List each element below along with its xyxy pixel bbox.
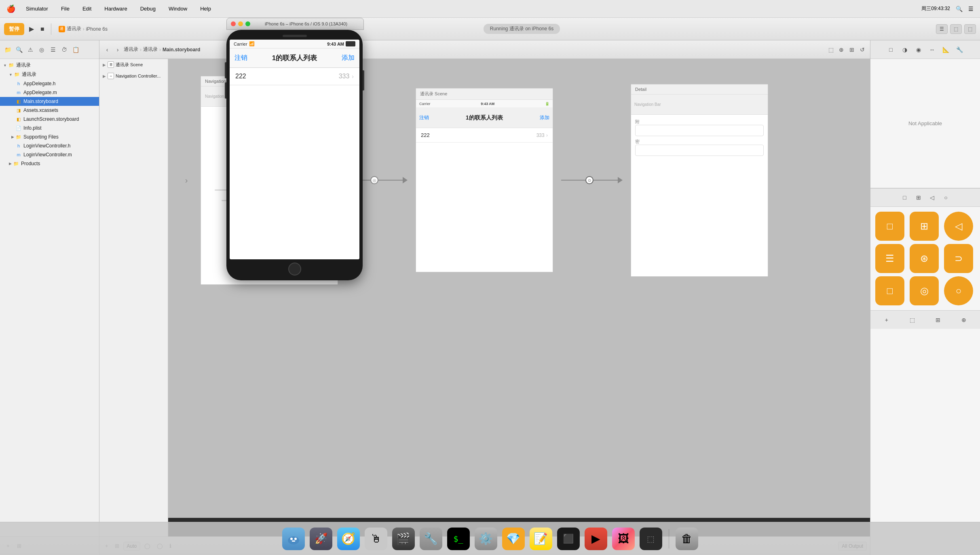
sb-zoom-btn[interactable]: ⊕ (837, 45, 846, 54)
nav-item-login-h[interactable]: h LoginViewController.h (0, 141, 99, 150)
nav-item-login-m[interactable]: m LoginViewController.m (0, 150, 99, 159)
inspector-tab-2[interactable]: ◑ (899, 44, 910, 55)
nav-folder-icon[interactable]: 📁 (3, 45, 12, 54)
inspector-tab-6[interactable]: 🔧 (954, 44, 965, 55)
inspector-bottom-btn-4[interactable]: ⊕ (958, 314, 969, 326)
menu-debug[interactable]: Debug (138, 5, 158, 13)
nav-search-icon[interactable]: 🔍 (15, 45, 23, 54)
nav-history-icon[interactable]: ⏱ (60, 45, 69, 54)
run-button[interactable]: ▶ (27, 23, 36, 34)
inspector-tab-1[interactable]: □ (885, 44, 897, 55)
menu-edit[interactable]: Edit (80, 5, 94, 13)
dock-video[interactable]: 🎬 (392, 528, 415, 550)
sb-nav-prev[interactable]: ‹ (103, 45, 112, 54)
ios-action-btn[interactable]: 添加 (342, 54, 355, 62)
obj-lib-cell-7[interactable]: □ (875, 276, 904, 305)
obj-lib-cell-4[interactable]: ☰ (875, 244, 904, 273)
pause-button[interactable]: 暂停 (4, 23, 24, 35)
nav-item-info-plist[interactable]: 📄 Info.plist (0, 124, 99, 132)
obj-lib-cell-6[interactable]: ⊃ (944, 244, 973, 273)
sim-fullscreen-btn[interactable] (245, 21, 250, 26)
dock-safari[interactable]: 🧭 (337, 528, 360, 550)
obj-lib-cell-3[interactable]: ◁ (944, 212, 973, 241)
phone-vc-row-1[interactable]: 222 333 › (416, 128, 553, 143)
obj-lib-tab-2[interactable]: ⊞ (913, 192, 924, 203)
navigator-toggle[interactable]: ☰ (936, 24, 948, 34)
menubar-spotlight[interactable]: 🔍 (956, 6, 963, 12)
scene-item-tongxunlu[interactable]: ▶ ☰ 通讯录 Scene (99, 59, 168, 70)
dock-app1[interactable]: ⬛ (557, 528, 580, 550)
dock-finder[interactable] (282, 528, 305, 550)
dock-notes[interactable]: 📝 (530, 528, 552, 550)
obj-lib-cell-1[interactable]: □ (875, 212, 904, 241)
dock-launchpad[interactable]: 🚀 (310, 528, 332, 550)
dock-photos[interactable]: 🖼 (612, 528, 635, 550)
inspector-bottom-btn-2[interactable]: ⬚ (907, 314, 918, 326)
canvas-expand-left[interactable]: › (185, 176, 188, 185)
sb-refresh-btn[interactable]: ↺ (858, 45, 867, 54)
sb-nav-next[interactable]: › (113, 45, 122, 54)
nav-item-appdelegate-h[interactable]: h AppDelegate.h (0, 79, 99, 88)
nav-debug-icon[interactable]: ☰ (49, 45, 57, 54)
nav-item-appdelegate-m[interactable]: m AppDelegate.m (0, 88, 99, 97)
dock-mouse[interactable]: 🖱 (365, 528, 387, 550)
phone-vc-add-btn[interactable]: 添加 (540, 114, 549, 121)
nav-item-main-storyboard[interactable]: ◧ Main.storyboard (0, 97, 99, 106)
menu-help[interactable]: Help (198, 5, 213, 13)
sb-fit-btn[interactable]: ⊞ (847, 45, 856, 54)
sb-bc-1[interactable]: 通讯录 (124, 46, 138, 53)
nav-item-launch-sb[interactable]: ◧ LaunchScreen.storyboard (0, 115, 99, 124)
obj-lib-cell-2[interactable]: ⊞ (910, 212, 939, 241)
dock-trash[interactable]: 🗑 (676, 528, 698, 550)
obj-lib-tab-3[interactable]: ◁ (927, 192, 938, 203)
iphone-home-btn[interactable] (288, 263, 301, 275)
menu-file[interactable]: File (59, 5, 72, 13)
sb-layout-btn[interactable]: ⬚ (826, 45, 835, 54)
dock-app2[interactable]: ▶ (585, 528, 607, 550)
dock-terminal[interactable]: $_ (447, 528, 470, 550)
debug-toggle[interactable]: ⬚ (950, 24, 962, 34)
app-name[interactable]: 通讯录 (67, 25, 81, 32)
nav-item-assets[interactable]: ◨ Assets.xcassets (0, 106, 99, 115)
menu-hardware[interactable]: Hardware (102, 5, 129, 13)
sim-minimize-btn[interactable] (238, 21, 243, 26)
nav-item-products[interactable]: ▶ 📁 Products (0, 159, 99, 168)
nav-item-subfolder[interactable]: ▼ 📁 通讯录 (0, 70, 99, 79)
detail-input-2[interactable] (635, 145, 764, 156)
ios-table-row-1[interactable]: 222 333 › (230, 68, 359, 85)
obj-lib-icon-8: ◎ (920, 285, 929, 296)
stop-button[interactable]: ■ (39, 24, 46, 34)
dock-settings[interactable]: ⚙️ (475, 528, 497, 550)
obj-lib-cell-9[interactable]: ○ (944, 276, 973, 305)
sim-close-btn[interactable] (231, 21, 236, 26)
ios-back-btn[interactable]: 注销 (234, 54, 247, 62)
inspector-bottom-btn-1[interactable]: + (881, 314, 892, 326)
inspector-tab-4[interactable]: ↔ (927, 44, 938, 55)
detail-input-1[interactable] (635, 125, 764, 136)
apple-menu[interactable]: 🍎 (6, 4, 15, 13)
nav-test-icon[interactable]: ◎ (37, 45, 46, 54)
obj-lib-cell-8[interactable]: ◎ (910, 276, 939, 305)
obj-lib-cell-5[interactable]: ⊛ (910, 244, 939, 273)
inspector-tab-5[interactable]: 📐 (940, 44, 952, 55)
inspector-toggle[interactable]: ⬚ (964, 24, 976, 34)
dock-app3[interactable]: ⬚ (640, 528, 662, 550)
obj-lib-tab-4[interactable]: ○ (940, 192, 952, 203)
menu-window[interactable]: Window (166, 5, 190, 13)
nav-item-supporting[interactable]: ▶ 📁 Supporting Files (0, 132, 99, 141)
dock-sketch[interactable]: 💎 (502, 528, 525, 550)
obj-lib-tab-1[interactable]: □ (899, 192, 910, 203)
menubar-control[interactable]: ☰ (968, 6, 974, 12)
sb-bc-2[interactable]: 通讯录 (143, 46, 158, 53)
nav-report-icon[interactable]: 📋 (71, 45, 80, 54)
sb-bc-3[interactable]: Main.storyboard (163, 47, 200, 53)
device-name[interactable]: iPhone 6s (86, 26, 108, 32)
inspector-bottom-btn-3[interactable]: ⊞ (932, 314, 944, 326)
scene-item-nav[interactable]: ▶ ↔ Navigation Controller... (99, 70, 168, 82)
inspector-tab-3[interactable]: ◉ (913, 44, 924, 55)
phone-vc-back-btn[interactable]: 注销 (419, 114, 429, 121)
dock-tools[interactable]: 🔧 (420, 528, 442, 550)
nav-item-root-group[interactable]: ▼ 📁 通讯录 (0, 61, 99, 70)
menu-simulator[interactable]: Simulator (23, 5, 51, 13)
nav-warning-icon[interactable]: ⚠ (26, 45, 35, 54)
